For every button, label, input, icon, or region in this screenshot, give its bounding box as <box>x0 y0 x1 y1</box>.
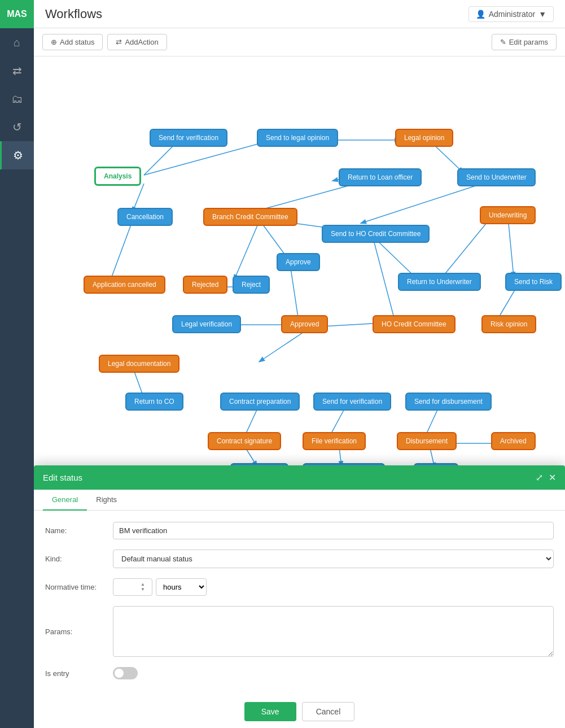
svg-line-9 <box>440 217 491 280</box>
node-branch-credit[interactable]: Branch Credit Committee <box>203 208 297 226</box>
svg-line-8 <box>361 181 491 223</box>
form-row-is-entry: Is entry <box>45 667 554 679</box>
node-file-verification[interactable]: File verification <box>303 432 366 450</box>
node-approve[interactable]: Approve <box>277 253 320 271</box>
node-send-risk[interactable]: Send to Risk <box>505 273 562 291</box>
add-action-button[interactable]: ⇄ AddAction <box>107 34 167 50</box>
form-row-params: Params: <box>45 606 554 657</box>
node-legal-verification[interactable]: Legal verification <box>172 315 241 333</box>
node-app-cancelled[interactable]: Application cancelled <box>84 276 165 294</box>
form-row-kind: Kind: Default manual status Initial stat… <box>45 550 554 568</box>
sidebar-item-transfer[interactable]: ⇄ <box>0 56 34 85</box>
spinner-up-icon[interactable]: ▲ <box>141 582 145 587</box>
modal-actions: ⤢ ✕ <box>536 472 556 483</box>
node-archived[interactable]: Archived <box>491 432 536 450</box>
chevron-down-icon: ▼ <box>538 10 546 19</box>
spinner-down-icon[interactable]: ▼ <box>141 587 145 592</box>
node-send-disbursement[interactable]: Send for disbursement <box>405 393 492 411</box>
user-icon: 👤 <box>476 10 485 19</box>
name-input[interactable] <box>113 522 554 539</box>
cancel-button[interactable]: Cancel <box>302 702 355 721</box>
tab-rights[interactable]: Rights <box>87 490 126 511</box>
node-ho-credit[interactable]: HO Credit Committee <box>373 315 455 333</box>
is-entry-label: Is entry <box>45 669 113 678</box>
save-button[interactable]: Save <box>244 702 296 721</box>
main-content: Workflows 👤 Administrator ▼ ⊕ Add status… <box>34 0 565 728</box>
add-status-button[interactable]: ⊕ Add status <box>42 34 103 50</box>
modal-tabs: General Rights <box>34 490 565 511</box>
params-label: Params: <box>45 627 113 636</box>
node-contract-sig[interactable]: Contract signature <box>208 432 281 450</box>
toolbar-left: ⊕ Add status ⇄ AddAction <box>42 34 167 50</box>
edit-status-modal: Edit status ⤢ ✕ General Rights Name: Kin… <box>34 465 565 728</box>
sidebar: MAS ⌂ ⇄ 🗂 ↺ ⚙ <box>0 0 34 728</box>
node-approved[interactable]: Approved <box>281 315 328 333</box>
node-disbursement[interactable]: Disbursement <box>397 432 457 450</box>
node-return-loan[interactable]: Return to Loan officer <box>339 168 422 186</box>
node-send-ho-credit[interactable]: Send to HO Credit Committee <box>322 225 430 243</box>
arrow-icon: ⇄ <box>116 38 122 46</box>
time-value-input[interactable] <box>118 583 139 591</box>
close-icon[interactable]: ✕ <box>549 472 556 483</box>
node-return-underwriter[interactable]: Return to Underwriter <box>398 273 481 291</box>
normative-label: Normative time: <box>45 583 113 591</box>
is-entry-toggle[interactable] <box>113 667 138 679</box>
name-label: Name: <box>45 526 113 535</box>
node-legal-doc[interactable]: Legal documentation <box>99 355 179 373</box>
username: Administrator <box>489 10 535 19</box>
normative-time-input: ▲ ▼ hours days minutes <box>113 578 207 596</box>
toolbar: ⊕ Add status ⇄ AddAction ✎ Edit params <box>34 28 565 56</box>
node-send-verification[interactable]: Send for verification <box>150 129 227 147</box>
node-send-verif2[interactable]: Send for verification <box>313 393 391 411</box>
spinner-arrows: ▲ ▼ <box>141 582 145 592</box>
tab-general[interactable]: General <box>43 490 87 511</box>
modal-body: Name: Kind: Default manual status Initia… <box>34 511 565 695</box>
sidebar-item-history[interactable]: ↺ <box>0 113 34 141</box>
expand-icon[interactable]: ⤢ <box>536 472 543 483</box>
node-analysis[interactable]: Analysis <box>94 167 141 186</box>
node-rejected[interactable]: Rejected <box>183 276 227 294</box>
user-menu[interactable]: 👤 Administrator ▼ <box>468 6 554 22</box>
time-unit-select[interactable]: hours days minutes <box>156 578 207 596</box>
modal-title: Edit status <box>43 473 82 482</box>
svg-line-16 <box>373 236 395 322</box>
form-row-normative: Normative time: ▲ ▼ hours days <box>45 578 554 596</box>
node-risk-opinion[interactable]: Risk opinion <box>481 315 536 333</box>
page-title: Workflows <box>45 7 102 21</box>
topbar: Workflows 👤 Administrator ▼ <box>34 0 565 28</box>
node-legal-opinion[interactable]: Legal opinion <box>395 129 453 147</box>
node-send-legal[interactable]: Send to legal opinion <box>257 129 338 147</box>
params-textarea[interactable] <box>113 606 554 657</box>
sidebar-item-workflows[interactable]: ⚙ <box>0 141 34 169</box>
edit-params-button[interactable]: ✎ Edit params <box>492 34 557 50</box>
pencil-icon: ✎ <box>500 38 506 46</box>
form-row-name: Name: <box>45 522 554 539</box>
modal-header: Edit status ⤢ ✕ <box>34 465 565 490</box>
workflow-area: Analysis Send for verification Send to l… <box>34 56 565 728</box>
svg-line-10 <box>508 217 514 277</box>
kind-select[interactable]: Default manual status Initial status Fin… <box>113 550 554 568</box>
plus-circle-icon: ⊕ <box>51 38 57 46</box>
node-cancellation[interactable]: Cancellation <box>117 208 173 226</box>
svg-line-11 <box>110 220 133 281</box>
svg-line-12 <box>234 220 260 280</box>
time-spinner: ▲ ▼ <box>113 578 152 596</box>
node-return-co1[interactable]: Return to CO <box>125 393 183 411</box>
sidebar-item-home[interactable]: ⌂ <box>0 28 34 56</box>
node-contract-prep[interactable]: Contract preparation <box>220 393 300 411</box>
sidebar-item-briefcase[interactable]: 🗂 <box>0 85 34 113</box>
node-underwriting[interactable]: Underwriting <box>480 206 536 224</box>
node-reject[interactable]: Reject <box>233 276 270 294</box>
modal-footer: Save Cancel <box>34 695 565 728</box>
app-logo: MAS <box>0 0 34 28</box>
node-send-underwriter[interactable]: Send to Underwriter <box>457 168 536 186</box>
kind-label: Kind: <box>45 555 113 563</box>
